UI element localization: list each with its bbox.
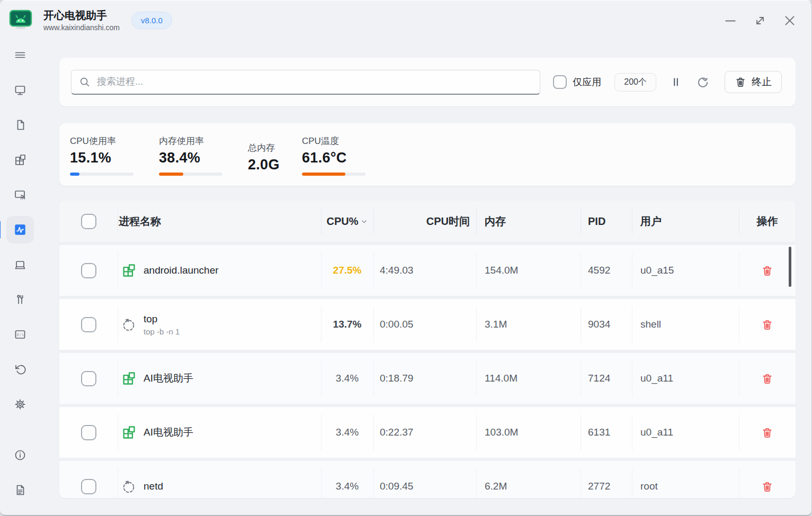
search-box[interactable] (71, 70, 540, 95)
history-icon (14, 363, 26, 376)
stat-label: 内存使用率 (159, 135, 248, 147)
user: u0_a11 (640, 373, 673, 384)
minimize-button[interactable] (722, 13, 738, 29)
auto-refresh-icon[interactable] (695, 75, 710, 89)
memory: 3.1M (485, 319, 507, 330)
memory: 114.0M (485, 373, 517, 384)
header-cpu-time: CPU时间 (373, 201, 476, 242)
process-command: top -b -n 1 (144, 327, 180, 336)
search-input[interactable] (96, 76, 532, 88)
cpu-percent: 3.4% (336, 427, 359, 438)
row-checkbox[interactable] (81, 371, 96, 386)
app-title: 开心电视助手 (43, 9, 120, 22)
app-window: 开心电视助手 www.kaixindianshi.com v8.0.0 (0, 0, 812, 516)
row-checkbox[interactable] (81, 317, 96, 332)
version-badge: v8.0.0 (131, 12, 172, 29)
pause-button[interactable] (670, 75, 682, 89)
tv-screen-icon (14, 84, 26, 96)
pid: 4592 (588, 265, 610, 276)
table-header: 进程名称 CPU% CPU时间 内存 PID 用户 操作 (59, 201, 796, 242)
stat-label: 总内存 (248, 142, 302, 154)
kill-process-icon[interactable] (761, 319, 773, 331)
sidebar-item-screen-cast[interactable] (7, 183, 33, 206)
sidebar-item-logs[interactable] (7, 478, 33, 502)
app-window-icon (121, 262, 137, 278)
memory: 154.0M (485, 265, 518, 276)
header-pid: PID (581, 201, 632, 242)
sidebar-item-terminal[interactable]: C:\ (7, 323, 33, 346)
app-grid-icon (14, 153, 26, 166)
stat-label: CPU温度 (302, 135, 408, 147)
kill-process-icon[interactable] (761, 427, 773, 439)
row-checkbox[interactable] (81, 425, 96, 440)
table-body: android.launcher 27.5% 4:49.03 154.0M 45… (59, 242, 796, 498)
progress-bar (302, 173, 365, 176)
row-checkbox[interactable] (81, 263, 96, 278)
only-apps-label[interactable]: 仅应用 (573, 76, 601, 88)
only-apps-checkbox[interactable] (553, 75, 567, 89)
select-all-checkbox[interactable] (81, 214, 96, 229)
sidebar-item-tv[interactable] (7, 78, 33, 102)
trash-icon (735, 76, 746, 88)
task-monitor-icon (13, 223, 27, 237)
cpu-time: 4:49.03 (380, 265, 413, 276)
sidebar-item-history[interactable] (7, 358, 33, 381)
table-row: top top -b -n 1 13.7% 0:00.05 3.1M 9034 … (59, 296, 796, 350)
header-cpu-percent[interactable]: CPU% (321, 201, 373, 242)
progress-bar (70, 173, 133, 176)
memory: 6.2M (485, 481, 507, 492)
document-icon (14, 484, 26, 496)
user: u0_a15 (640, 265, 674, 276)
cpu-time: 0:09.45 (380, 481, 413, 492)
process-count-badge: 200个 (614, 73, 656, 92)
sidebar-item-task-monitor[interactable] (6, 216, 34, 243)
table-scrollbar-thumb[interactable] (789, 247, 791, 287)
svg-text:C:\: C:\ (17, 333, 24, 337)
sidebar-item-menu[interactable] (7, 43, 33, 67)
process-table: 进程名称 CPU% CPU时间 内存 PID 用户 操作 (59, 201, 796, 498)
active-indicator (0, 221, 1, 239)
maximize-button[interactable] (752, 13, 768, 29)
search-icon (79, 76, 91, 88)
header-cpu-label: CPU% (326, 215, 358, 228)
process-name: netd (144, 480, 163, 493)
user: u0_a11 (640, 427, 673, 438)
stat-value: 38.4% (159, 150, 248, 166)
pid: 7124 (588, 373, 610, 384)
kill-process-icon[interactable] (761, 481, 773, 493)
sidebar-item-app-grid[interactable] (7, 148, 33, 171)
sidebar: C:\ (0, 40, 40, 515)
cpu-percent: 27.5% (333, 265, 362, 276)
terminate-button[interactable]: 终止 (725, 71, 782, 93)
terminate-label: 终止 (752, 75, 772, 89)
app-logo-icon (8, 8, 33, 33)
table-row: AI电视助手 3.4% 0:22.37 103.0M 6131 u0_a11 (59, 404, 796, 458)
sidebar-item-device[interactable] (7, 253, 33, 276)
laptop-icon (14, 258, 26, 271)
process-name: top (144, 313, 180, 325)
menu-icon (14, 49, 26, 61)
stat-total-memory: 总内存 2.0G (248, 135, 302, 186)
kill-process-icon[interactable] (761, 265, 773, 277)
stat-cpu-usage: CPU使用率 15.1% (70, 135, 159, 186)
sidebar-item-toolbox[interactable] (7, 288, 33, 311)
app-window-icon (121, 370, 137, 386)
main-content: 仅应用 200个 (40, 40, 811, 515)
row-checkbox[interactable] (81, 479, 96, 494)
system-stats: CPU使用率 15.1% 内存使用率 38.4% 总内存 2.0G CPU温度 … (59, 123, 796, 186)
close-button[interactable] (782, 13, 798, 29)
header-actions: 操作 (739, 201, 796, 242)
sidebar-item-apps-folder[interactable] (7, 113, 33, 137)
header-user: 用户 (632, 201, 739, 242)
kill-process-icon[interactable] (761, 373, 773, 385)
pid: 6131 (588, 427, 610, 438)
titlebar: 开心电视助手 www.kaixindianshi.com v8.0.0 (0, 1, 811, 40)
gear-icon (14, 398, 26, 411)
header-memory: 内存 (476, 201, 581, 242)
sidebar-item-about[interactable] (7, 443, 33, 467)
sidebar-item-settings[interactable] (7, 393, 33, 416)
app-url: www.kaixindianshi.com (43, 23, 120, 32)
stat-memory-usage: 内存使用率 38.4% (159, 135, 248, 186)
user: shell (640, 319, 661, 330)
stat-cpu-temperature: CPU温度 61.6°C (302, 135, 408, 186)
